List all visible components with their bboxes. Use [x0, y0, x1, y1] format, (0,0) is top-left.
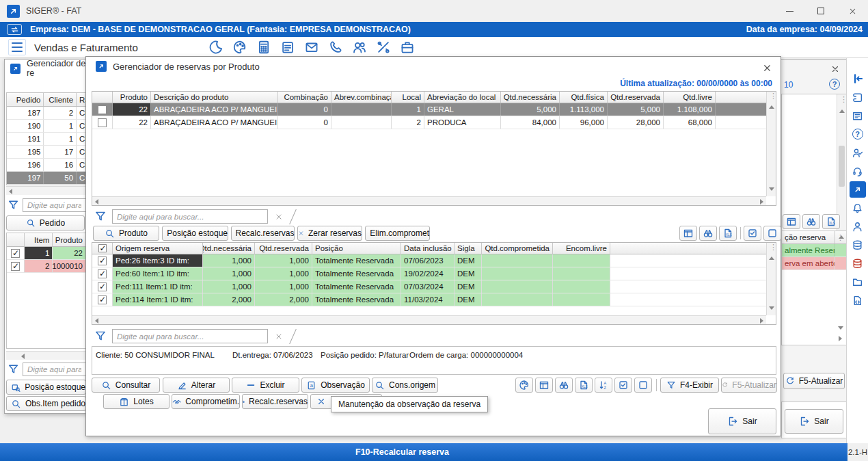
vertical-scrollbar[interactable]: ⋮: [766, 243, 776, 315]
bell-icon[interactable]: [850, 200, 866, 216]
elim-compromet-button[interactable]: Elim.compromet: [365, 226, 430, 241]
consultar-button[interactable]: Consultar: [92, 378, 160, 393]
file-code-icon[interactable]: [850, 292, 866, 308]
headset-icon[interactable]: [850, 163, 866, 179]
f5-atualizar-button[interactable]: F5-Atualizar: [721, 378, 777, 393]
moon-icon[interactable]: [208, 39, 225, 56]
f4-exibir-button[interactable]: F4-Exibir: [660, 378, 719, 393]
table-row-selected[interactable]: Ped:26 Item:3 ID itm: 1,000 1,000 Totalm…: [92, 254, 766, 267]
phone-icon[interactable]: [327, 39, 344, 56]
lotes-button[interactable]: Lotes: [103, 394, 169, 409]
check-all-icon[interactable]: [744, 226, 761, 241]
columns-icon[interactable]: [783, 214, 800, 229]
table-row-selected[interactable]: 22 ABRAÇADEIRA ACO P/ MANGUEIRA 0 1 GERA…: [92, 103, 766, 116]
export-xls-icon[interactable]: [719, 226, 737, 241]
sair-button[interactable]: Sair: [785, 409, 843, 434]
briefcase-icon[interactable]: [399, 39, 416, 56]
posicao-estoque-button[interactable]: Posição estoque: [162, 226, 228, 241]
row-checkbox[interactable]: [98, 295, 107, 304]
palette-icon[interactable]: [232, 39, 249, 56]
items-filter-input[interactable]: [23, 363, 86, 376]
notes-icon[interactable]: [280, 39, 297, 56]
products-search-input[interactable]: [112, 209, 268, 224]
table-row[interactable]: erva em aberto: [782, 257, 846, 270]
row-checkbox[interactable]: [98, 118, 107, 127]
row-checkbox[interactable]: [11, 249, 20, 258]
table-row[interactable]: 22 ABRAÇADEIRA ACO P/ MANGUEIRA 0 2 PROD…: [92, 116, 766, 129]
cons-origem-button[interactable]: Cons.origem: [372, 378, 438, 393]
export-xls-icon[interactable]: [822, 214, 840, 229]
table-row-selected[interactable]: 1 22: [7, 247, 86, 260]
dialog-close-icon[interactable]: [760, 61, 774, 75]
folder-icon[interactable]: [850, 274, 866, 290]
table-row[interactable]: almente Reserva: [782, 244, 846, 257]
table-row[interactable]: Ped:60 Item:1 ID itm: 1,000 1,000 Totalm…: [92, 267, 766, 280]
obs-item-pedido-button[interactable]: Obs.Item pedido: [6, 396, 86, 411]
uncheck-all-icon[interactable]: [763, 226, 781, 241]
mail-icon[interactable]: [303, 39, 321, 56]
maximize-button[interactable]: [805, 1, 837, 21]
row-checkbox[interactable]: [11, 262, 20, 271]
database-icon[interactable]: [850, 237, 866, 253]
tools-icon[interactable]: [375, 39, 392, 56]
produto-button[interactable]: Produto: [93, 226, 159, 241]
close-button[interactable]: [837, 1, 868, 21]
row-checkbox[interactable]: [98, 256, 107, 265]
table-row-selected[interactable]: 19750CO: [7, 172, 86, 185]
launch-icon-active[interactable]: [850, 181, 866, 198]
collapse-icon[interactable]: [850, 70, 866, 87]
reserves-search-input[interactable]: [112, 329, 268, 343]
row-checkbox[interactable]: [98, 269, 107, 278]
recalc-reservas-button[interactable]: Recalc.reservas: [231, 226, 295, 241]
table-row[interactable]: 2 1000010: [7, 260, 86, 273]
table-row[interactable]: Ped:114 Item:1 ID itm: 2,000 2,000 Total…: [92, 293, 766, 306]
binoculars-icon[interactable]: [699, 226, 717, 241]
news-icon[interactable]: [850, 107, 866, 124]
table-row[interactable]: 19616CLI: [7, 159, 86, 172]
horizontal-scrollbar[interactable]: [6, 351, 86, 360]
users-icon[interactable]: [351, 39, 368, 56]
clear-search-icon[interactable]: [273, 331, 284, 342]
check-all-icon[interactable]: [614, 378, 632, 393]
row-checkbox[interactable]: [98, 105, 107, 114]
row-checkbox[interactable]: [98, 282, 107, 291]
database-red-icon[interactable]: [850, 255, 866, 272]
horizontal-scrollbar[interactable]: [6, 186, 86, 195]
minimize-button[interactable]: [774, 1, 805, 21]
f5-atualizar-button[interactable]: F5-Atualizar: [783, 373, 845, 389]
table-row[interactable]: 1911CLI: [7, 133, 86, 146]
help-icon[interactable]: ?: [829, 79, 840, 90]
select-all-checkbox[interactable]: [98, 244, 107, 252]
table-row[interactable]: 1901CLI: [7, 120, 86, 133]
help-icon[interactable]: ?: [850, 126, 866, 142]
excluir-button[interactable]: Excluir: [232, 378, 299, 393]
table-row[interactable]: Ped:111 Item:1 ID itm: 1,000 1,000 Total…: [92, 280, 766, 293]
uncheck-all-icon[interactable]: [634, 378, 652, 393]
orders-filter-input[interactable]: [23, 198, 86, 212]
binoculars-icon[interactable]: [802, 214, 820, 229]
posicao-estoque-button[interactable]: Posição estoque: [6, 380, 86, 395]
recalc-reservas-button-2[interactable]: Recalc.reservas: [242, 394, 308, 409]
pedido-button[interactable]: Pedido: [6, 215, 85, 230]
vertical-scrollbar[interactable]: ⋮: [766, 92, 776, 196]
columns-icon[interactable]: [535, 378, 553, 393]
binoculars-icon[interactable]: [555, 378, 573, 393]
table-row[interactable]: 1872CLI: [7, 107, 86, 120]
sort-az-icon[interactable]: [595, 378, 612, 393]
export-xls-icon[interactable]: [575, 378, 593, 393]
alterar-button[interactable]: Alterar: [163, 378, 230, 393]
user-icon[interactable]: [850, 218, 866, 235]
sair-button[interactable]: Sair: [708, 408, 776, 434]
hamburger-menu-icon[interactable]: [8, 39, 26, 55]
palette-icon[interactable]: [515, 378, 533, 393]
columns-icon[interactable]: [679, 226, 697, 241]
zerar-reservas-button[interactable]: Zerar reservas: [297, 226, 362, 241]
close-icon[interactable]: [828, 62, 843, 76]
horizontal-scrollbar[interactable]: [92, 315, 766, 324]
table-row[interactable]: 19517CLI: [7, 146, 86, 159]
calculator-icon[interactable]: [256, 39, 273, 56]
horizontal-scrollbar[interactable]: [92, 196, 766, 205]
observacao-button[interactable]: Observação: [301, 378, 370, 393]
comprometim-button[interactable]: Comprometim.: [172, 394, 240, 409]
user-check-icon[interactable]: [850, 144, 866, 161]
